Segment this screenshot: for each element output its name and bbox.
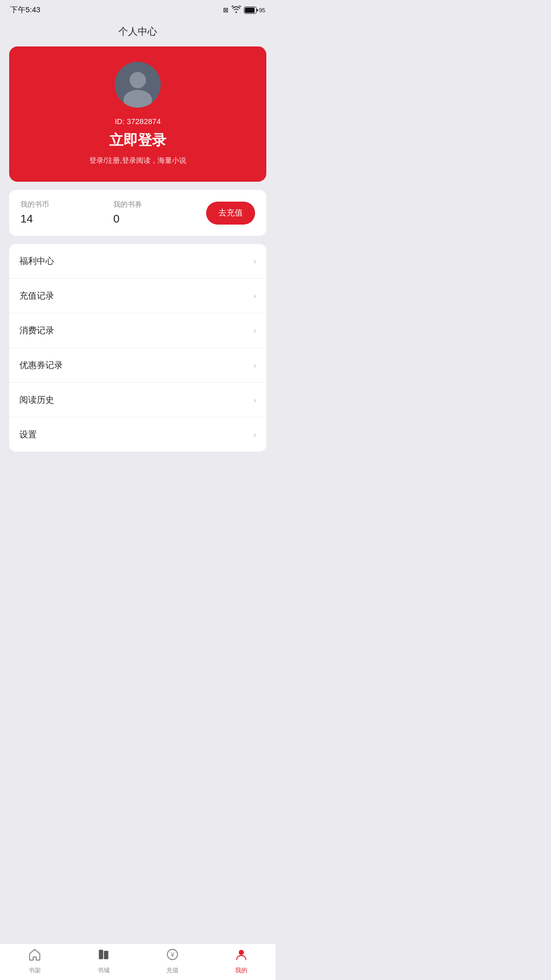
- login-button[interactable]: 立即登录: [109, 131, 166, 150]
- book-coin-label: 我的书币: [20, 200, 113, 209]
- menu-item[interactable]: 设置 ›: [9, 418, 266, 452]
- wallet-book-voucher: 我的书券 0: [113, 200, 206, 226]
- wallet-book-coin: 我的书币 14: [20, 200, 113, 226]
- chevron-right-icon: ›: [254, 430, 256, 439]
- page-title: 个人中心: [0, 18, 276, 46]
- svg-point-3: [130, 72, 146, 88]
- chevron-right-icon: ›: [254, 396, 256, 405]
- menu-item[interactable]: 阅读历史 ›: [9, 383, 266, 418]
- chevron-right-icon: ›: [254, 291, 256, 301]
- status-icons: ⊠ 95: [223, 6, 265, 14]
- menu-item-label: 福利中心: [19, 255, 54, 267]
- menu-item[interactable]: 福利中心 ›: [9, 244, 266, 279]
- menu-item[interactable]: 优惠券记录 ›: [9, 348, 266, 383]
- menu-item-label: 充值记录: [19, 290, 54, 302]
- menu-item-label: 消费记录: [19, 325, 54, 336]
- menu-item[interactable]: 充值记录 ›: [9, 279, 266, 313]
- book-voucher-label: 我的书券: [113, 200, 206, 209]
- status-bar: 下午5:43 ⊠ 95: [0, 0, 276, 18]
- book-coin-value: 14: [20, 212, 113, 226]
- profile-card[interactable]: ID: 37282874 立即登录 登录/注册,登录阅读，海量小说: [9, 46, 266, 182]
- chevron-right-icon: ›: [254, 257, 256, 266]
- menu-card: 福利中心 › 充值记录 › 消费记录 › 优惠券记录 › 阅读历史 › 设置 ›: [9, 244, 266, 452]
- wallet-card: 我的书币 14 我的书券 0 去充值: [9, 190, 266, 236]
- signal-icon: ⊠: [223, 6, 229, 14]
- menu-item[interactable]: 消费记录 ›: [9, 313, 266, 348]
- recharge-button[interactable]: 去充值: [206, 202, 255, 225]
- book-voucher-value: 0: [113, 212, 206, 226]
- menu-item-label: 设置: [19, 429, 37, 440]
- svg-rect-1: [245, 8, 255, 13]
- profile-description: 登录/注册,登录阅读，海量小说: [89, 156, 186, 165]
- battery-icon: 95: [244, 7, 265, 14]
- profile-user-id: ID: 37282874: [115, 117, 161, 126]
- chevron-right-icon: ›: [254, 326, 256, 335]
- wifi-icon: [232, 6, 241, 14]
- status-time: 下午5:43: [10, 5, 40, 15]
- avatar: [115, 62, 161, 108]
- menu-item-label: 阅读历史: [19, 394, 54, 406]
- chevron-right-icon: ›: [254, 361, 256, 370]
- menu-item-label: 优惠券记录: [19, 359, 63, 371]
